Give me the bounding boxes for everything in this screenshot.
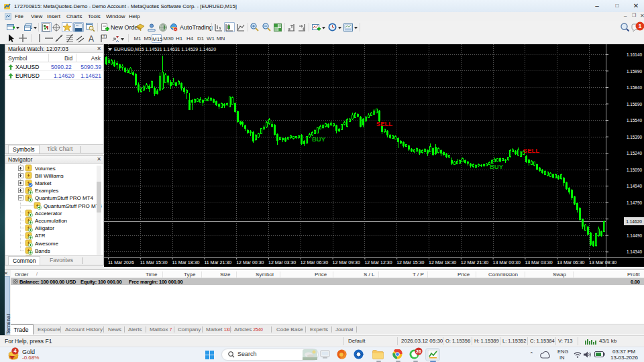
svg-text:Alligator: Alligator [35,225,54,231]
svg-text:26: 26 [416,349,421,354]
svg-text:EURUSD,M15 1.14531 1.14631 1.: EURUSD,M15 1.14531 1.14631 1.14529 1.146… [114,47,216,52]
svg-text:1.14490: 1.14490 [627,233,643,238]
svg-text:1.14620: 1.14620 [626,219,642,224]
svg-text:12 Mar 03:30: 12 Mar 03:30 [268,260,296,265]
svg-text:1.16140: 1.16140 [627,52,643,57]
svg-text:12 Mar 09:30: 12 Mar 09:30 [333,260,360,265]
svg-text:1.15390: 1.15390 [627,135,643,139]
svg-text:SELL: SELL [523,147,539,154]
svg-text:BUY: BUY [490,163,504,170]
svg-text:Accelerator: Accelerator [35,210,62,217]
svg-text:11 Mar 21:30: 11 Mar 21:30 [204,260,231,265]
svg-text:12 Mar 18:30: 12 Mar 18:30 [429,260,456,265]
svg-text:1.14940: 1.14940 [627,184,643,188]
svg-text:12 Mar 06:30: 12 Mar 06:30 [301,260,328,265]
svg-text:Market: Market [35,180,52,186]
svg-text:1.15240: 1.15240 [627,151,643,156]
svg-text:12 Mar 12:30: 12 Mar 12:30 [364,260,392,265]
svg-text:13 Mar 06:30: 13 Mar 06:30 [557,260,584,265]
svg-text:11 Mar 15:30: 11 Mar 15:30 [140,260,168,265]
svg-text:ATR: ATR [35,233,46,239]
svg-text:1.15540: 1.15540 [627,118,643,123]
svg-text:13 Mar 09:30: 13 Mar 09:30 [589,260,616,265]
svg-text:13 Mar 00:30: 13 Mar 00:30 [493,260,521,265]
svg-text:13 Mar 03:30: 13 Mar 03:30 [525,260,552,265]
svg-text:SELL: SELL [376,120,392,127]
svg-text:1.15840: 1.15840 [627,85,643,90]
svg-text:QuantumStuff PRO MT4: QuantumStuff PRO MT4 [44,203,103,209]
svg-text:1.14340: 1.14340 [627,249,643,254]
svg-text:1: 1 [638,23,641,29]
svg-text:1.15690: 1.15690 [627,102,643,107]
svg-text:11 Mar 18:30: 11 Mar 18:30 [172,260,200,265]
svg-text:QuantumStuff PRO MT4: QuantumStuff PRO MT4 [35,195,94,201]
svg-text:12 Mar 21:30: 12 Mar 21:30 [461,260,488,265]
svg-text:Terminal: Terminal [5,314,11,335]
svg-text:1.15990: 1.15990 [627,69,643,74]
svg-text:Volumes: Volumes [35,166,56,172]
svg-text:Accumulation: Accumulation [35,218,67,224]
svg-text:11 Mar 2026: 11 Mar 2026 [108,260,134,265]
svg-text:Bands: Bands [35,248,50,254]
svg-text:12 Mar 15:30: 12 Mar 15:30 [396,260,424,265]
svg-text:BUY: BUY [312,135,326,143]
svg-text:A: A [89,34,94,43]
svg-text:1.14790: 1.14790 [627,200,643,205]
svg-text:1.15090: 1.15090 [627,168,643,172]
svg-text:T: T [103,35,105,38]
svg-text:Awesome: Awesome [35,241,59,247]
svg-text:Examples: Examples [35,188,58,194]
svg-text:12 Mar 00:30: 12 Mar 00:30 [236,260,264,265]
svg-text:Bill Williams: Bill Williams [35,173,64,179]
